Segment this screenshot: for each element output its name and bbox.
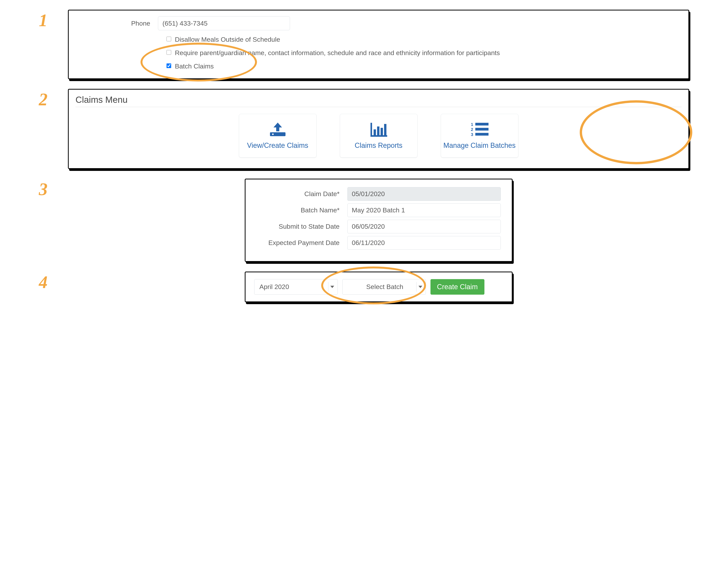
phone-input[interactable] [158,16,290,30]
step-badge-4: 4 [39,274,68,291]
svg-rect-3 [371,135,387,137]
step-badge-2: 2 [39,91,68,108]
step-badge-1: 1 [39,12,68,29]
create-claim-bar: April 2020 Select Batch Create Claim [245,272,513,302]
upload-icon [268,122,287,138]
claims-reports-button[interactable]: Claims Reports [340,114,417,158]
phone-label: Phone [76,20,158,27]
view-create-claims-button[interactable]: View/Create Claims [239,114,317,158]
svg-rect-12 [475,128,489,131]
manage-claim-batches-button[interactable]: 1 2 3 Manage Claim Batches [441,114,518,158]
require-parent-label: Require parent/guardian name, contact in… [175,49,500,57]
chevron-down-icon [328,282,334,292]
claims-menu-panel: Claims Menu View/Create Claims [68,89,689,169]
expected-payment-input[interactable] [347,236,501,250]
disallow-meals-checkbox[interactable] [167,37,171,41]
svg-rect-7 [384,124,386,135]
require-parent-row[interactable]: Require parent/guardian name, contact in… [166,49,681,57]
svg-point-1 [272,134,274,135]
expected-payment-label: Expected Payment Date [254,239,347,247]
tile-label: Manage Claim Batches [443,141,515,150]
svg-rect-6 [381,128,383,135]
batch-claims-row[interactable]: Batch Claims [166,62,681,70]
svg-rect-5 [377,127,379,135]
settings-panel: Phone Disallow Meals Outside of Schedule… [68,10,689,79]
numbered-list-icon: 1 2 3 [470,122,489,138]
batch-name-input[interactable] [347,204,501,217]
batch-select[interactable]: Select Batch [342,279,426,294]
batch-name-label: Batch Name* [254,207,347,214]
claim-date-label: Claim Date* [254,190,347,198]
batch-form-panel: Claim Date* Batch Name* Submit to State … [245,179,513,262]
batch-claims-checkbox[interactable] [167,63,171,68]
svg-rect-13 [475,133,489,136]
batch-select-value: Select Batch [366,283,403,290]
tile-label: View/Create Claims [247,141,308,150]
disallow-meals-label: Disallow Meals Outside of Schedule [175,35,280,44]
batch-claims-label: Batch Claims [175,62,214,70]
svg-rect-2 [371,123,372,136]
step-badge-3: 3 [39,181,68,198]
svg-rect-4 [374,129,376,135]
month-select[interactable]: April 2020 [254,279,338,294]
disallow-meals-row[interactable]: Disallow Meals Outside of Schedule [166,35,681,44]
bar-chart-icon [369,122,388,138]
chevron-down-icon [416,282,422,292]
create-claim-button[interactable]: Create Claim [430,279,484,294]
svg-text:2: 2 [471,127,473,132]
claims-menu-title: Claims Menu [75,95,682,105]
svg-text:3: 3 [471,132,473,137]
claim-date-input[interactable] [347,187,501,201]
svg-rect-11 [475,123,489,126]
require-parent-checkbox[interactable] [167,50,171,55]
submit-date-input[interactable] [347,220,501,233]
svg-text:1: 1 [471,122,473,127]
tile-label: Claims Reports [355,141,402,150]
month-select-value: April 2020 [259,283,289,290]
submit-date-label: Submit to State Date [254,223,347,230]
